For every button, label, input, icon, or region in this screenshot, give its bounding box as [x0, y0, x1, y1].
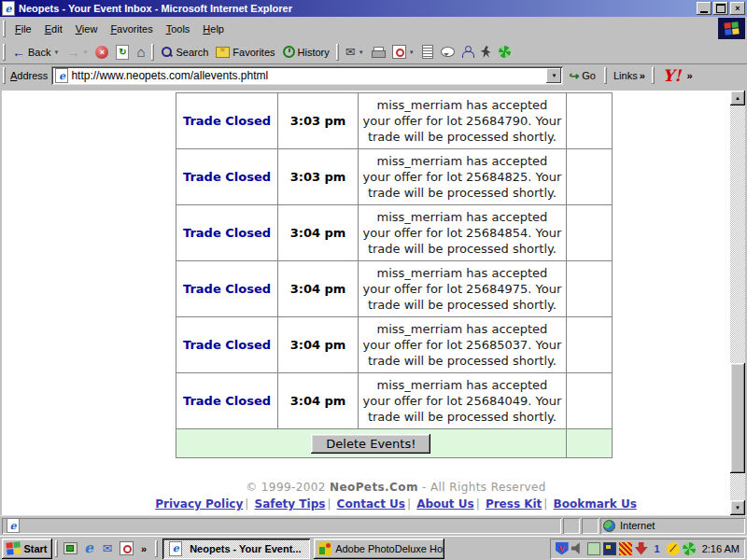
pinwheel-tray-icon[interactable] [683, 542, 696, 555]
link-privacy-policy[interactable]: Privacy Policy [155, 497, 243, 511]
close-button[interactable]: × [730, 2, 745, 15]
volume-icon[interactable] [571, 542, 585, 555]
firewall-meter-icon[interactable] [619, 542, 632, 555]
refresh-button[interactable]: ↻ [112, 42, 133, 63]
discuss-button[interactable] [437, 42, 458, 63]
link-bookmark-us[interactable]: Bookmark Us [554, 497, 637, 511]
go-button[interactable]: ↪ Go [563, 69, 601, 83]
vertical-scrollbar[interactable]: ▲ ▼ [730, 91, 745, 515]
links-bar-grip[interactable] [604, 67, 607, 84]
table-row: Trade Closed 3:03 pm miss_merriam has ac… [176, 93, 613, 149]
stop-button[interactable]: × [92, 42, 112, 63]
delete-events-row: Delete Events! [176, 429, 613, 458]
menu-view[interactable]: View [69, 21, 105, 36]
print-button[interactable] [368, 42, 388, 63]
favorites-label: Favorites [233, 47, 275, 58]
event-time: 3:04 pm [278, 317, 359, 373]
display-settings-icon[interactable] [603, 542, 616, 555]
status-ssl-pane [582, 518, 599, 534]
chevron-down-icon: ▼ [551, 73, 557, 78]
related-button[interactable] [477, 42, 495, 63]
scroll-up-button[interactable]: ▲ [730, 91, 745, 105]
windows-flag-icon [724, 21, 739, 35]
edit-button[interactable] [418, 42, 437, 63]
address-input[interactable] [71, 69, 546, 82]
links-bar[interactable]: Links » [610, 70, 649, 81]
download-manager-icon[interactable] [635, 542, 648, 555]
link-safety-tips[interactable]: Safety Tips [255, 497, 326, 511]
toolbar-overflow-chevron-icon[interactable]: » [686, 70, 692, 81]
antivirus-shield-icon[interactable]: V [556, 542, 569, 555]
restore-button[interactable] [713, 2, 728, 15]
window-titlebar[interactable]: e Neopets - Your Event Inbox - Microsoft… [0, 0, 747, 17]
mail-dropdown-icon: ▼ [359, 49, 364, 55]
ie-quicklaunch-icon[interactable]: e [80, 540, 97, 557]
event-type: Trade Closed [176, 93, 278, 149]
event-message: miss_merriam has accepted your offer for… [359, 261, 567, 317]
size-button[interactable]: ▼ [388, 42, 418, 63]
back-button[interactable]: ← Back ▼ [8, 42, 63, 63]
favorites-folder-icon [216, 47, 230, 58]
delete-events-button[interactable]: Delete Events! [311, 434, 430, 454]
menu-favorites[interactable]: Favorites [104, 21, 159, 36]
realplayer-button[interactable] [495, 42, 514, 63]
quicklaunch-grip[interactable] [55, 540, 58, 557]
address-dropdown-button[interactable]: ▼ [546, 68, 561, 83]
system-tray: V 1 ⟋ 2:16 AM [550, 539, 745, 559]
toolbar-separator [151, 44, 154, 61]
browser-viewport: Trade Closed 3:03 pm miss_merriam has ac… [2, 91, 745, 515]
scrollbar-thumb[interactable] [730, 363, 745, 473]
menu-bar: File Edit View Favorites Tools Help [0, 17, 747, 40]
task-button-adobe-photodeluxe[interactable]: Adobe PhotoDeluxe Home... [314, 539, 444, 559]
table-row: Trade Closed 3:04 pm miss_merriam has ac… [176, 261, 613, 317]
task-button-neopets[interactable]: e Neopets - Your Event... [162, 539, 310, 559]
scroll-down-button[interactable]: ▼ [730, 500, 745, 515]
menu-tools[interactable]: Tools [160, 21, 197, 36]
neopets-site-link[interactable]: NeoPets.Com [330, 481, 418, 494]
quicklaunch-overflow-chevron-icon[interactable]: » [141, 543, 147, 554]
start-button[interactable]: Start [2, 539, 52, 559]
menu-help[interactable]: Help [196, 21, 231, 36]
toolbar-separator [336, 44, 339, 61]
menu-drag-grip[interactable] [3, 21, 6, 37]
menu-file[interactable]: File [8, 21, 38, 36]
show-desktop-icon[interactable] [62, 540, 78, 557]
history-button[interactable]: History [279, 42, 333, 63]
touchpad-icon[interactable] [587, 542, 600, 555]
copyright-prefix: © 1999-2002 [246, 481, 326, 494]
history-label: History [298, 47, 330, 58]
favorites-button[interactable]: Favorites [212, 42, 278, 63]
ie-document-icon: e [2, 1, 15, 16]
taskband-grip[interactable] [155, 540, 158, 557]
home-button[interactable]: ⌂ [133, 42, 148, 63]
event-time: 3:04 pm [278, 261, 359, 317]
menu-edit[interactable]: Edit [38, 21, 69, 36]
home-icon: ⌂ [136, 45, 145, 59]
search-button[interactable]: Search [157, 42, 212, 63]
addressbar-drag-grip[interactable] [3, 67, 6, 84]
yahoo-logo[interactable]: Y! [657, 66, 687, 85]
back-dropdown-icon: ▼ [53, 49, 59, 55]
outlook-express-icon[interactable]: ✉ [99, 540, 116, 557]
link-about-us[interactable]: About Us [416, 497, 473, 511]
link-contact-us[interactable]: Contact Us [337, 497, 405, 511]
ie-page-icon: e [55, 68, 68, 83]
mail-button[interactable]: ✉ ▼ [342, 42, 368, 63]
table-row: Trade Closed 3:04 pm miss_merriam has ac… [176, 373, 613, 429]
event-type: Trade Closed [176, 261, 278, 317]
toolbar-drag-grip[interactable] [3, 44, 6, 61]
icq-icon[interactable]: 1 [651, 542, 664, 555]
taskbar-clock[interactable]: 2:16 AM [702, 543, 740, 554]
messenger-button[interactable] [458, 42, 477, 63]
table-row: Trade Closed 3:04 pm miss_merriam has ac… [176, 317, 613, 373]
back-label: Back [28, 47, 50, 58]
forward-button[interactable]: → ▼ [63, 42, 92, 63]
minimize-button[interactable] [697, 2, 712, 15]
aim-icon[interactable]: ⟋ [667, 542, 680, 555]
link-press-kit[interactable]: Press Kit [486, 497, 542, 511]
address-label: Address [8, 70, 51, 81]
yahoo-bar-grip[interactable] [652, 67, 655, 84]
event-type: Trade Closed [176, 373, 278, 429]
channels-icon[interactable] [118, 540, 134, 557]
print-icon [372, 47, 385, 57]
